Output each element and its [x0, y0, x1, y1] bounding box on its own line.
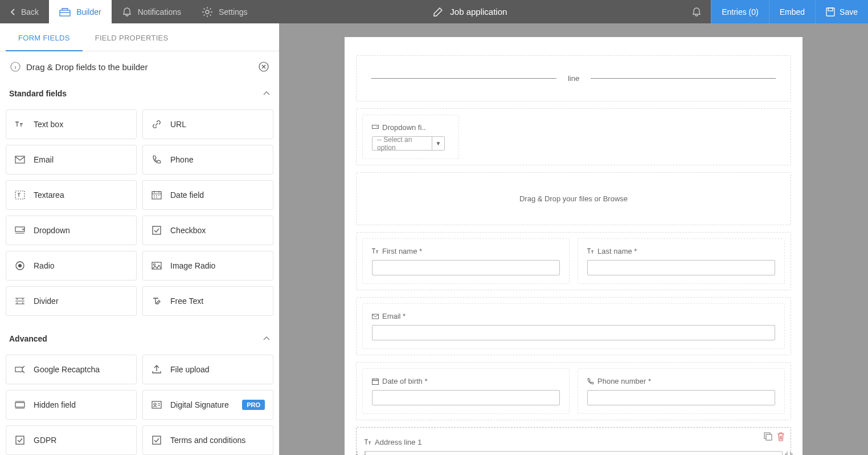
form-title-wrap[interactable]: Job application — [258, 7, 683, 17]
builder-icon — [59, 7, 71, 17]
svg-point-14 — [154, 264, 155, 266]
last-name-input[interactable] — [587, 260, 775, 275]
field-freetext[interactable]: Free Text — [142, 286, 273, 316]
tab-field-properties[interactable]: FIELD PROPERTIES — [83, 23, 181, 51]
calendar-icon — [151, 189, 162, 201]
bell-icon — [691, 7, 702, 17]
field-fileupload[interactable]: File upload — [142, 355, 273, 384]
pro-badge: PRO — [242, 400, 265, 410]
settings-tab[interactable]: Settings — [191, 0, 258, 23]
field-phone[interactable]: Phone — [142, 145, 273, 174]
upload-icon — [151, 364, 162, 375]
gear-icon — [202, 6, 213, 18]
form-row-email[interactable]: Email * — [356, 297, 791, 355]
entries-button[interactable]: Entries (0) — [711, 0, 769, 23]
svg-rect-3 — [828, 8, 833, 11]
divider-line — [371, 78, 556, 79]
field-date[interactable]: Date field — [142, 180, 273, 210]
checkbox-icon — [14, 434, 26, 446]
field-textarea[interactable]: Textarea — [6, 180, 137, 210]
field-signature[interactable]: Digital SignaturePRO — [142, 390, 273, 420]
address1-input[interactable] — [365, 451, 783, 455]
form-row-address[interactable]: ⋮⋮ Address line 1 — [356, 427, 791, 455]
form-title: Job application — [450, 7, 507, 17]
email-input[interactable] — [372, 325, 775, 340]
email-label: Email * — [372, 312, 775, 320]
field-divider[interactable]: Divider — [6, 286, 137, 316]
chevron-down-icon: ▼ — [432, 137, 444, 150]
field-terms[interactable]: Terms and conditions — [142, 425, 273, 455]
email-icon — [14, 154, 26, 165]
signature-icon — [151, 399, 162, 411]
checkbox-icon — [151, 225, 162, 236]
dropdown-select[interactable]: -- Select an option ▼ — [372, 136, 445, 151]
back-button[interactable]: Back — [0, 0, 49, 23]
drag-handle-icon[interactable]: ⋮⋮ — [353, 450, 369, 455]
cell-dob: Date of birth * — [362, 368, 570, 414]
chevron-up-icon — [263, 336, 270, 341]
tab-form-fields[interactable]: FORM FIELDS — [6, 23, 83, 51]
field-gdpr[interactable]: GDPR — [6, 425, 137, 455]
link-icon — [151, 119, 162, 130]
resize-handle-icon[interactable] — [785, 450, 793, 455]
first-name-input[interactable] — [372, 260, 560, 275]
checkbox-icon — [151, 434, 162, 446]
delete-button[interactable] — [777, 432, 785, 441]
svg-point-18 — [154, 403, 156, 405]
phone-label: Phone number * — [587, 377, 775, 385]
textbox-icon — [14, 119, 26, 130]
svg-rect-20 — [153, 436, 161, 444]
field-radio[interactable]: Radio — [6, 251, 137, 281]
svg-rect-2 — [826, 8, 834, 16]
edit-icon — [433, 7, 443, 17]
cell-first-name: First name * — [362, 238, 570, 284]
save-icon — [826, 7, 835, 17]
section-standard[interactable]: Standard fields — [0, 82, 279, 105]
field-hidden[interactable]: Hidden field — [6, 390, 137, 420]
canvas: line Dropdown fi.. -- Select an option ▼ — [345, 37, 803, 455]
form-row-line[interactable]: line — [356, 55, 791, 101]
duplicate-button[interactable] — [764, 432, 772, 441]
form-row-dropdown[interactable]: Dropdown fi.. -- Select an option ▼ — [356, 108, 791, 165]
sidebar-tabs: FORM FIELDS FIELD PROPERTIES — [0, 23, 279, 51]
close-icon[interactable] — [259, 62, 269, 72]
field-dropdown[interactable]: Dropdown — [6, 216, 137, 245]
dob-input[interactable] — [372, 390, 560, 405]
cell-phone: Phone number * — [578, 368, 785, 414]
cell-email: Email * — [362, 303, 785, 349]
file-dropzone[interactable]: Drag & Drop your files or Browse — [362, 178, 785, 219]
phone-input[interactable] — [587, 390, 775, 405]
notifications-tab[interactable]: Notifications — [112, 0, 191, 23]
alerts-button[interactable] — [682, 7, 711, 17]
textarea-icon — [14, 189, 26, 201]
field-recaptcha[interactable]: Google Recaptcha — [6, 355, 137, 384]
field-textbox[interactable]: Text box — [6, 109, 137, 139]
dropdown-field-label: Dropdown fi.. — [372, 123, 449, 132]
section-advanced[interactable]: Advanced — [0, 327, 279, 350]
builder-tab[interactable]: Builder — [49, 0, 112, 23]
divider-icon — [14, 295, 26, 307]
dob-label: Date of birth * — [372, 377, 560, 385]
field-email[interactable]: Email — [6, 145, 137, 174]
divider-line — [591, 78, 776, 79]
cell-last-name: Last name * — [578, 238, 785, 284]
svg-rect-15 — [15, 367, 22, 372]
field-url[interactable]: URL — [142, 109, 273, 139]
chevron-left-icon — [10, 8, 15, 16]
svg-rect-17 — [152, 401, 161, 408]
field-checkbox[interactable]: Checkbox — [142, 216, 273, 245]
svg-rect-16 — [15, 403, 24, 407]
form-row-fileupload[interactable]: Drag & Drop your files or Browse — [356, 172, 791, 225]
form-row-name[interactable]: First name * Last name * — [356, 232, 791, 290]
divider-label: line — [568, 74, 579, 83]
svg-point-12 — [18, 264, 22, 267]
image-icon — [151, 260, 162, 271]
field-imageradio[interactable]: Image Radio — [142, 251, 273, 281]
hidden-icon — [14, 399, 26, 411]
save-button[interactable]: Save — [815, 0, 868, 23]
form-row-dob-phone[interactable]: Date of birth * Phone number * — [356, 362, 791, 420]
back-label: Back — [21, 7, 39, 17]
canvas-wrap: line Dropdown fi.. -- Select an option ▼ — [279, 23, 868, 455]
svg-rect-10 — [153, 226, 161, 234]
embed-button[interactable]: Embed — [769, 0, 815, 23]
